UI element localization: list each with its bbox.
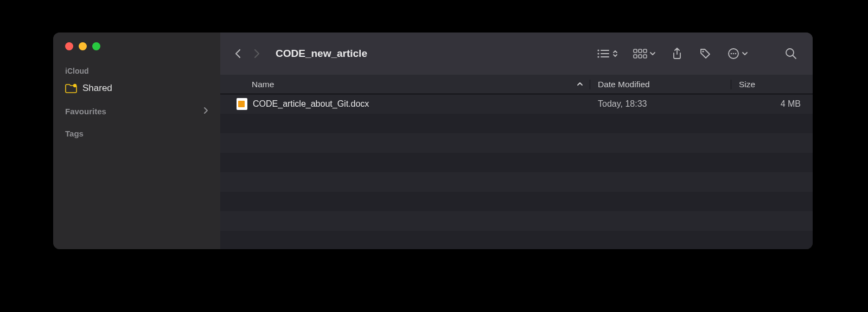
svg-rect-2 bbox=[601, 50, 609, 51]
column-header-date[interactable]: Date Modified bbox=[590, 80, 731, 89]
chevron-down-icon bbox=[649, 50, 656, 57]
window-controls bbox=[53, 42, 220, 63]
sidebar-item-shared[interactable]: Shared bbox=[53, 80, 220, 97]
empty-row bbox=[220, 231, 813, 249]
sidebar-section-tags[interactable]: Tags bbox=[53, 119, 220, 141]
file-list: CODE_article_about_Git.docx Today, 18:33… bbox=[220, 94, 813, 249]
share-icon bbox=[672, 48, 682, 60]
group-by-button[interactable] bbox=[628, 44, 661, 63]
grid-group-icon bbox=[633, 49, 647, 58]
svg-point-17 bbox=[735, 53, 737, 55]
file-size: 4 MB bbox=[731, 99, 813, 109]
forward-button[interactable] bbox=[248, 46, 265, 62]
column-header-name[interactable]: Name bbox=[220, 80, 590, 89]
svg-point-1 bbox=[597, 49, 599, 51]
sidebar-section-icloud: iCloud bbox=[53, 63, 220, 80]
empty-row bbox=[220, 133, 813, 153]
svg-rect-10 bbox=[634, 55, 637, 58]
search-icon bbox=[785, 48, 797, 60]
empty-row bbox=[220, 114, 813, 133]
file-date: Today, 18:33 bbox=[590, 99, 731, 109]
share-button[interactable] bbox=[665, 44, 689, 63]
svg-rect-4 bbox=[601, 53, 609, 54]
maximize-window-button[interactable] bbox=[92, 42, 100, 50]
svg-rect-9 bbox=[643, 49, 647, 53]
file-row[interactable]: CODE_article_about_Git.docx Today, 18:33… bbox=[220, 94, 813, 114]
chevron-right-icon bbox=[203, 107, 208, 116]
svg-rect-6 bbox=[601, 56, 609, 57]
more-actions-button[interactable] bbox=[722, 44, 754, 63]
view-list-button[interactable] bbox=[591, 44, 624, 63]
nav-arrows bbox=[230, 46, 265, 62]
minimize-window-button[interactable] bbox=[79, 42, 87, 50]
svg-point-0 bbox=[73, 84, 76, 87]
shared-folder-icon bbox=[65, 83, 77, 93]
sidebar-item-label: Shared bbox=[82, 83, 112, 94]
sidebar: iCloud Shared Favourites Tags bbox=[53, 32, 220, 249]
columns-header: Name Date Modified Size bbox=[220, 75, 813, 94]
file-name: CODE_article_about_Git.docx bbox=[253, 99, 369, 109]
empty-row bbox=[220, 153, 813, 172]
svg-point-3 bbox=[597, 53, 599, 54]
folder-title: CODE_new_article bbox=[276, 48, 367, 60]
svg-point-5 bbox=[597, 56, 599, 57]
ellipsis-circle-icon bbox=[727, 48, 739, 60]
sort-ascending-icon bbox=[577, 80, 583, 89]
finder-window: iCloud Shared Favourites Tags bbox=[53, 32, 813, 249]
column-header-size[interactable]: Size bbox=[731, 80, 813, 89]
chevron-down-icon bbox=[742, 50, 748, 57]
toolbar: CODE_new_article bbox=[220, 32, 813, 75]
svg-rect-11 bbox=[639, 55, 642, 58]
back-button[interactable] bbox=[230, 46, 246, 62]
svg-rect-7 bbox=[634, 49, 637, 53]
close-window-button[interactable] bbox=[65, 42, 73, 50]
sidebar-section-favourites[interactable]: Favourites bbox=[53, 97, 220, 119]
svg-point-13 bbox=[702, 50, 704, 52]
sidebar-section-label: Tags bbox=[65, 129, 84, 138]
main-panel: CODE_new_article bbox=[220, 32, 813, 249]
svg-point-16 bbox=[733, 53, 735, 55]
empty-row bbox=[220, 211, 813, 231]
column-label: Name bbox=[252, 80, 274, 89]
tags-button[interactable] bbox=[693, 44, 717, 63]
list-view-icon bbox=[597, 49, 610, 58]
empty-row bbox=[220, 192, 813, 211]
sidebar-section-label: Favourites bbox=[65, 107, 106, 116]
up-down-chevron-icon bbox=[612, 49, 618, 58]
search-button[interactable] bbox=[779, 44, 803, 63]
document-file-icon bbox=[237, 98, 247, 110]
tag-icon bbox=[699, 48, 711, 60]
svg-rect-8 bbox=[639, 49, 642, 53]
svg-point-15 bbox=[731, 53, 732, 55]
svg-rect-12 bbox=[643, 55, 647, 58]
empty-row bbox=[220, 172, 813, 192]
